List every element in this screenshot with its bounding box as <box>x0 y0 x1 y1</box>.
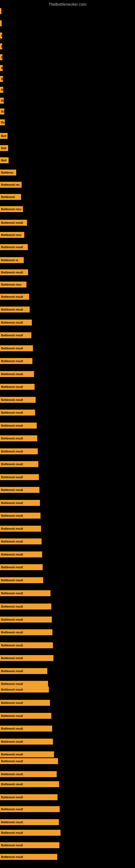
bar-item: Bo <box>0 98 4 104</box>
bar-item: Bottleneck result <box>0 526 41 532</box>
bar-label: B <box>1 78 3 81</box>
chart-area: TheBottlenecker.com EEEBBBBoBoBoBottBolt… <box>0 0 135 868</box>
bar-label: Bottleneck result <box>1 463 23 466</box>
bar-item: Bo <box>0 108 4 115</box>
bar-item: Bottleneck result <box>0 319 32 326</box>
bar-item: Bottleneck result <box>0 371 34 377</box>
bar-label: Bott <box>1 159 6 162</box>
bar-label: Bottleneck result <box>1 844 23 847</box>
bar-item: Bottleneck result <box>0 269 28 275</box>
bar-item: Bottleneck result <box>0 410 35 415</box>
bar-item: E <box>0 43 2 50</box>
bar-item: Bottleneck res <box>0 182 21 188</box>
bar-item: Bottleneck result <box>0 345 33 351</box>
bar-label: Bottleneck result <box>1 411 23 414</box>
bar-item <box>0 8 1 14</box>
bar-label: Bottleneck result <box>1 321 23 324</box>
bar-label: Bottleneck result <box>1 271 23 274</box>
bar-label: Bottleneck result <box>1 714 23 717</box>
bar-item: B <box>0 65 3 71</box>
bar-label: Bottleneck result <box>1 644 23 647</box>
bar-label: Bottleneck result <box>1 527 23 530</box>
bar-item: Bottleneck result <box>0 332 31 338</box>
bar-item <box>0 20 2 26</box>
bar-label: Bottleneck result <box>1 514 23 517</box>
bar-item: Bottleneck result <box>0 552 42 557</box>
bar-item: Bottleneck result <box>0 590 50 596</box>
bar-label: Bottleneck result <box>1 476 23 479</box>
bar-label: Bottleneck result <box>1 783 23 786</box>
bar-item: Bottleneck result <box>0 461 38 467</box>
bar-item: Bottleneck result <box>0 739 53 745</box>
bar-item: Bottleneck result <box>0 500 40 506</box>
bar-label: Bott <box>1 134 6 137</box>
bar-label: Bottleneck result <box>1 360 23 363</box>
bar-item: Bottleneck result <box>0 713 51 719</box>
bar-item: Bottleneck result <box>0 538 42 545</box>
bar-label: Bottleneck result <box>1 373 23 376</box>
bar-item: Bottleneck result <box>0 681 48 687</box>
bar-item: Bottleneck result <box>0 686 49 692</box>
bar-label: Bottleneck result <box>1 856 23 859</box>
bar-label: Bottleneck result <box>1 682 23 685</box>
bar-label: Bottleneck result <box>1 808 23 811</box>
bar-item: Bottleneck result <box>0 642 53 648</box>
bar-label: Bottleneck result <box>1 399 23 401</box>
bar-label: Bottleneck result <box>1 727 23 730</box>
bar-label: Bottleneck re <box>1 259 18 262</box>
bar-label: Bottleneck result <box>1 657 23 660</box>
bar-label: B <box>1 88 3 91</box>
bar-label: Bottleneck res <box>1 183 20 186</box>
bar-label: E <box>1 56 2 59</box>
bar-label: E <box>1 34 2 37</box>
bar-item: Bottleneck result <box>0 842 59 848</box>
bar-item: Bottleneck result <box>0 220 27 226</box>
bar-item: Bottleneck result <box>0 307 30 312</box>
bar-item: Bottleneck result <box>0 244 28 250</box>
bar-item: Bottleneck result <box>0 564 43 570</box>
bar-label: Bottleneck result <box>1 831 23 834</box>
bar-label: Bottleneck result <box>1 605 23 608</box>
bar-label: Bo <box>1 121 5 124</box>
bar-item: Bottleneck result <box>0 781 59 787</box>
bar-label: Bottleneck result <box>1 501 23 504</box>
bar-item: E <box>0 54 2 60</box>
bar-label: Bottlenec <box>1 171 13 174</box>
bar-label: Bottleneck result <box>1 424 23 427</box>
bar-item: Bottleneck result <box>0 819 59 825</box>
bar-item: Bottleneck result <box>0 435 37 441</box>
bar-item: Bottleneck result <box>0 487 39 493</box>
bar-label: Bottleneck result <box>1 347 23 350</box>
bar-item: Bottleneck result <box>0 448 38 454</box>
bar-item: Bolt <box>0 145 8 151</box>
bar-label: Bottleneck result <box>1 334 23 337</box>
bar-item: Bottleneck result <box>0 358 32 364</box>
bar-label: Bo <box>1 99 4 102</box>
bar-item: Bott <box>0 157 9 163</box>
bar-label: Bottleneck result <box>1 631 23 634</box>
bar-item: Bottleneck result <box>0 294 29 300</box>
bar-item: Bottleneck result <box>0 423 37 429</box>
bar-label: Bottleneck resu <box>1 208 21 211</box>
bar-label: Bottleneck result <box>1 246 23 249</box>
bar-label: Bottleneck result <box>1 579 23 582</box>
bar-label: Bolt <box>1 147 6 150</box>
bar-label: Bottleneck result <box>1 740 23 743</box>
bar-item: Bottleneck resu <box>0 206 23 212</box>
bar-label: Bottleneck result <box>1 296 23 299</box>
bar-item: Bottleneck result <box>0 384 35 390</box>
bar-item: Bottleneck result <box>0 830 60 836</box>
bar-label: Bottleneck result <box>1 450 23 453</box>
bar-item: Bottleneck result <box>0 794 57 800</box>
bar-item: B <box>0 87 3 93</box>
bar-item: Bottleneck result <box>0 700 50 706</box>
bar-label: Bottleneck result <box>1 540 23 543</box>
bar-label: Bottleneck result <box>1 821 23 824</box>
bar-item: Bottleneck result <box>0 668 47 674</box>
bar-item: Bottleneck result <box>0 474 39 480</box>
bar-item: Bott <box>0 133 8 139</box>
bar-item: Bottleneck result <box>0 617 52 622</box>
bar-item: Bottleneck result <box>0 725 52 732</box>
bar-label: Bottleneck result <box>1 760 23 763</box>
bar-label: Bo <box>1 110 4 113</box>
